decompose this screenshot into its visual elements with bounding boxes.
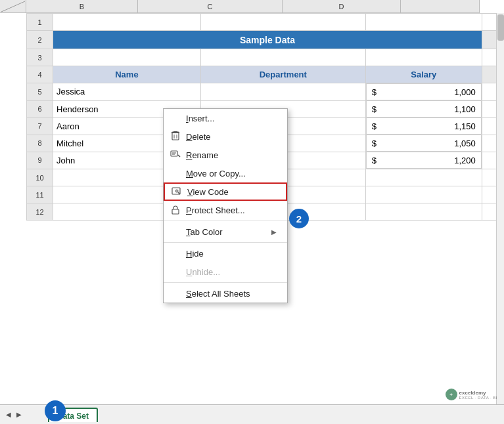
row-num-7: 7	[27, 117, 53, 135]
row-num-4: 4	[27, 66, 53, 83]
row-4: 4 Name Department Salary	[27, 66, 504, 83]
menu-label-protect: Protect Sheet...	[186, 205, 277, 215]
cell-d6[interactable]: $ 1,100	[366, 100, 482, 117]
header-name: Name	[53, 66, 201, 83]
row-num-8: 8	[27, 135, 53, 152]
menu-item-movecopy[interactable]: Move or Copy...	[164, 164, 287, 182]
row-num-12: 12	[27, 203, 53, 221]
cell-c5[interactable]	[200, 83, 365, 101]
menu-label-unhide: Unhide...	[186, 267, 277, 277]
row-5: 5 Jessica $ 1,000	[27, 83, 504, 101]
menu-item-protect[interactable]: Protect Sheet...	[164, 201, 287, 219]
dollar-9: $	[372, 156, 377, 165]
tabcolor-arrow: ▶	[271, 228, 277, 236]
cell-d3[interactable]	[365, 49, 482, 66]
cell-d11[interactable]	[365, 186, 482, 203]
svg-point-12	[176, 190, 177, 192]
salary-5: 1,000	[454, 87, 476, 97]
nav-arrow-right[interactable]: ▶	[14, 410, 24, 420]
tabcolor-icon	[170, 226, 181, 237]
menu-item-insert[interactable]: Insert...	[164, 109, 287, 127]
selectall-icon	[170, 288, 181, 299]
svg-rect-14	[172, 209, 179, 214]
separator-3	[164, 282, 287, 283]
cell-d10[interactable]	[365, 169, 482, 186]
menu-item-viewcode[interactable]: View Code	[164, 182, 287, 201]
menu-label-insert: Insert...	[186, 114, 277, 123]
dollar-7: $	[372, 121, 377, 131]
menu-item-rename[interactable]: Rename	[164, 146, 287, 164]
separator-1	[164, 221, 287, 221]
cell-b3[interactable]	[53, 49, 201, 66]
menu-item-tabcolor[interactable]: Tab Color ▶	[164, 223, 287, 241]
cell-c1[interactable]	[200, 14, 365, 31]
hide-icon	[170, 248, 181, 259]
row-num-9: 9	[27, 152, 53, 169]
col-header-d[interactable]: D	[283, 0, 401, 13]
row-num-2: 2	[27, 31, 53, 49]
menu-label-viewcode: View Code	[187, 187, 275, 197]
cell-b1[interactable]	[53, 14, 201, 31]
insert-icon	[170, 113, 181, 123]
row-num-3: 3	[27, 49, 53, 66]
menu-label-movecopy: Move or Copy...	[186, 169, 277, 179]
separator-2	[164, 242, 287, 243]
cell-d9[interactable]: $ 1,200	[366, 152, 482, 169]
col-header-e	[401, 0, 480, 13]
protect-icon	[170, 205, 181, 215]
step-badge-1: 1	[45, 400, 66, 421]
tab-bar: ◀ ▶ 1 Data Set	[0, 404, 504, 424]
salary-9: 1,200	[454, 156, 476, 165]
row-1: 1	[27, 14, 504, 31]
cell-b5[interactable]: Jessica	[53, 83, 201, 101]
step-badge-2: 2	[289, 209, 309, 228]
menu-label-selectall: Select All Sheets	[186, 289, 277, 299]
rename-icon	[170, 150, 181, 160]
salary-7: 1,150	[454, 121, 476, 131]
nav-arrow-left[interactable]: ◀	[3, 410, 14, 420]
menu-label-delete: Delete	[186, 132, 277, 142]
row-num-11: 11	[27, 186, 53, 203]
movecopy-icon	[170, 168, 181, 179]
watermark: + exceldemy EXCEL · DATA · BI	[446, 389, 497, 400]
cell-d7[interactable]: $ 1,150	[366, 117, 482, 135]
row-3: 3	[27, 49, 504, 66]
header-salary: Salary	[365, 66, 482, 83]
svg-line-7	[178, 155, 180, 157]
cell-c3[interactable]	[200, 49, 365, 66]
row-num-6: 6	[27, 100, 53, 117]
svg-line-0	[1, 1, 25, 12]
cell-d5[interactable]: $ 1,000	[366, 83, 482, 100]
row-num-1: 1	[27, 14, 53, 31]
cell-d12[interactable]	[365, 203, 482, 221]
row-2: 2 Sample Data	[27, 31, 504, 49]
menu-item-hide[interactable]: Hide	[164, 244, 287, 263]
spreadsheet: B C D 1 2 Sample Data 3	[0, 0, 504, 424]
watermark-site: exceldemy	[459, 390, 497, 396]
header-department: Department	[200, 66, 365, 83]
scrollbar-right[interactable]	[496, 13, 504, 404]
cell-d8[interactable]: $ 1,050	[366, 135, 482, 152]
menu-item-delete[interactable]: Delete	[164, 127, 287, 146]
dollar-8: $	[372, 138, 377, 148]
context-menu: Insert... Delete	[163, 108, 288, 303]
cell-d1[interactable]	[365, 14, 482, 31]
menu-label-hide: Hide	[186, 249, 277, 259]
unhide-icon	[170, 266, 181, 277]
row-num-10: 10	[27, 169, 53, 186]
menu-label-tabcolor: Tab Color	[186, 227, 266, 237]
watermark-tagline: EXCEL · DATA · BI	[459, 396, 497, 400]
menu-item-selectall[interactable]: Select All Sheets	[164, 284, 287, 303]
col-header-b[interactable]: B	[26, 0, 138, 13]
col-headers: B C D	[26, 0, 480, 13]
menu-label-rename: Rename	[186, 150, 277, 160]
menu-item-unhide[interactable]: Unhide...	[164, 263, 287, 281]
viewcode-icon	[172, 186, 182, 197]
delete-icon	[170, 131, 181, 142]
scrollbar-thumb[interactable]	[497, 14, 504, 41]
salary-6: 1,100	[454, 104, 476, 114]
title-cell: Sample Data	[53, 31, 482, 49]
dollar-5: $	[372, 87, 377, 97]
dollar-6: $	[372, 104, 377, 114]
col-header-c[interactable]: C	[138, 0, 283, 13]
